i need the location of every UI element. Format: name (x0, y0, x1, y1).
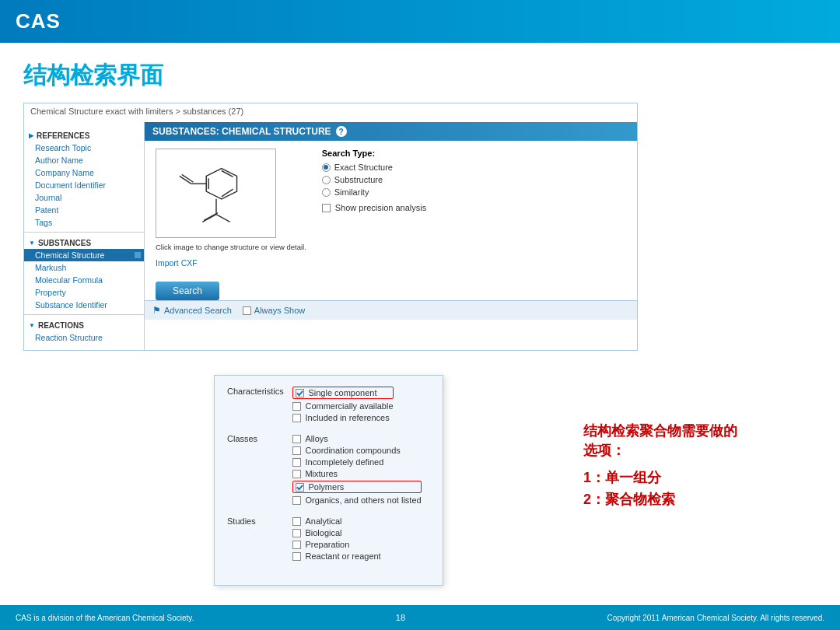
characteristics-label: Characteristics (227, 387, 289, 396)
search-type-label: Search Type: (322, 149, 426, 158)
sidebar-item-author-name[interactable]: Author Name (24, 154, 144, 166)
footer: CAS is a division of the American Chemic… (0, 605, 840, 630)
reactant-checkbox[interactable] (292, 552, 301, 561)
popup-organics[interactable]: Organics, and others not listed (292, 495, 421, 505)
advanced-search-link[interactable]: ⚑ Advanced Search (152, 305, 232, 316)
radio-substructure-icon[interactable] (322, 176, 331, 184)
help-icon[interactable]: ? (336, 126, 347, 137)
organics-checkbox[interactable] (292, 496, 301, 505)
sidebar-reactions-header[interactable]: ▼ REACTIONS (24, 318, 144, 331)
sidebar-item-property[interactable]: Property (24, 286, 144, 299)
commercially-available-checkbox[interactable] (292, 402, 301, 411)
radio-similarity[interactable]: Similarity (322, 187, 426, 197)
tri-icon-2: ▼ (29, 240, 35, 247)
always-show-checkbox[interactable] (243, 306, 251, 315)
mixtures-checkbox[interactable] (292, 470, 301, 478)
breadcrumb: Chemical Structure exact with limiters >… (24, 103, 637, 119)
alloys-checkbox[interactable] (292, 435, 301, 443)
footer-page-number: 18 (396, 613, 405, 622)
popup-classes-section: Classes Alloys Coordination compounds In… (227, 434, 430, 507)
popup-analytical[interactable]: Analytical (292, 516, 380, 526)
tri-icon: ▶ (29, 132, 33, 139)
sidebar-item-research-topic[interactable]: Research Topic (24, 142, 144, 154)
popup-single-component[interactable]: Single component (292, 387, 393, 399)
popup-coordination-compounds[interactable]: Coordination compounds (292, 446, 421, 455)
molecule-svg (156, 149, 275, 237)
search-button[interactable]: Search (156, 282, 219, 300)
popup-preparation[interactable]: Preparation (292, 540, 380, 549)
precision-row[interactable]: Show precision analysis (322, 203, 426, 212)
radio-substructure[interactable]: Substructure (322, 175, 426, 184)
structure-area: Click image to change structure or view … (156, 149, 306, 268)
search-type-panel: Search Type: Exact Structure Substructur… (322, 149, 426, 268)
cas-body: ▶ REFERENCES Research Topic Author Name … (24, 122, 637, 350)
search-btn-row: Search (145, 275, 637, 300)
popup-reactant[interactable]: Reactant or reagent (292, 551, 380, 561)
included-references-checkbox[interactable] (292, 414, 301, 422)
sidebar-divider-1 (24, 232, 144, 233)
footer-left: CAS is a division of the American Chemic… (16, 614, 194, 622)
structure-box[interactable] (156, 149, 276, 238)
sidebar-item-tags[interactable]: Tags (24, 216, 144, 229)
sidebar-item-document-identifier[interactable]: Document Identifier (24, 179, 144, 191)
content-header: SUBSTANCES: CHEMICAL STRUCTURE ? (145, 122, 637, 141)
sidebar-item-reaction-structure[interactable]: Reaction Structure (24, 331, 144, 344)
popup-mixtures[interactable]: Mixtures (292, 469, 421, 478)
radio-similarity-icon[interactable] (322, 188, 331, 197)
active-indicator (135, 252, 141, 258)
sidebar-item-substance-identifier[interactable]: Substance Identifier (24, 299, 144, 311)
sidebar-item-journal[interactable]: Journal (24, 191, 144, 204)
popup-incompletely-defined[interactable]: Incompletely defined (292, 457, 421, 467)
single-component-checkbox[interactable] (296, 389, 304, 397)
svg-line-8 (202, 215, 216, 222)
sidebar-item-markush[interactable]: Markush (24, 261, 144, 274)
main-content: 结构检索界面 Chemical Structure exact with lim… (0, 43, 840, 359)
annotation-item-2: 2：聚合物检索 (583, 490, 793, 509)
sidebar-item-molecular-formula[interactable]: Molecular Formula (24, 274, 144, 286)
biological-checkbox[interactable] (292, 529, 301, 537)
sidebar-item-chemical-structure[interactable]: Chemical Structure (24, 249, 144, 261)
analytical-checkbox[interactable] (292, 517, 301, 526)
precision-checkbox[interactable] (322, 204, 331, 212)
popup-studies-section: Studies Analytical Biological Preparatio… (227, 516, 430, 563)
annotation-block: 结构检索聚合物需要做的选项： 1：单一组分 2：聚合物检索 (583, 422, 793, 512)
popup-alloys[interactable]: Alloys (292, 434, 421, 443)
annotation-item-1: 1：单一组分 (583, 468, 793, 487)
advanced-search-icon: ⚑ (152, 305, 161, 316)
radio-exact-structure[interactable]: Exact Structure (322, 163, 426, 172)
polymers-checkbox[interactable] (296, 483, 304, 492)
popup-included-in-references[interactable]: Included in references (292, 413, 393, 422)
popup-commercially-available[interactable]: Commercially available (292, 401, 393, 411)
header: CAS (0, 0, 840, 43)
classes-options: Alloys Coordination compounds Incomplete… (292, 434, 421, 507)
sidebar-references-header[interactable]: ▶ REFERENCES (24, 128, 144, 142)
page-title: 结构检索界面 (23, 60, 817, 92)
popup-biological[interactable]: Biological (292, 528, 380, 537)
svg-marker-0 (206, 169, 236, 199)
preparation-checkbox[interactable] (292, 541, 301, 549)
popup-characteristics-section: Characteristics Single component Commerc… (227, 387, 430, 425)
radio-exact-icon[interactable] (322, 163, 331, 172)
incompletely-defined-checkbox[interactable] (292, 458, 301, 467)
characteristics-options: Single component Commercially available … (292, 387, 393, 425)
classes-label: Classes (227, 434, 289, 443)
cas-logo: CAS (16, 9, 61, 33)
coordination-checkbox[interactable] (292, 446, 301, 455)
cas-container: Chemical Structure exact with limiters >… (23, 103, 638, 351)
svg-line-10 (204, 213, 218, 221)
tri-icon-3: ▼ (29, 322, 35, 329)
sidebar-substances-header[interactable]: ▼ SUBSTANCES (24, 236, 144, 249)
import-link[interactable]: Import CXF (156, 258, 306, 268)
svg-line-9 (216, 215, 230, 222)
sidebar: ▶ REFERENCES Research Topic Author Name … (24, 122, 145, 350)
sidebar-item-company-name[interactable]: Company Name (24, 166, 144, 179)
always-show-link[interactable]: Always Show (243, 306, 305, 315)
annotation-title: 结构检索聚合物需要做的选项： (583, 422, 793, 460)
sidebar-item-patent[interactable]: Patent (24, 204, 144, 216)
studies-options: Analytical Biological Preparation Reacta… (292, 516, 380, 563)
structure-caption: Click image to change structure or view … (156, 242, 306, 252)
popup-polymers[interactable]: Polymers (292, 481, 421, 493)
sidebar-divider-2 (24, 314, 144, 315)
popup-panel: Characteristics Single component Commerc… (214, 375, 443, 586)
content-body: Click image to change structure or view … (145, 141, 637, 275)
